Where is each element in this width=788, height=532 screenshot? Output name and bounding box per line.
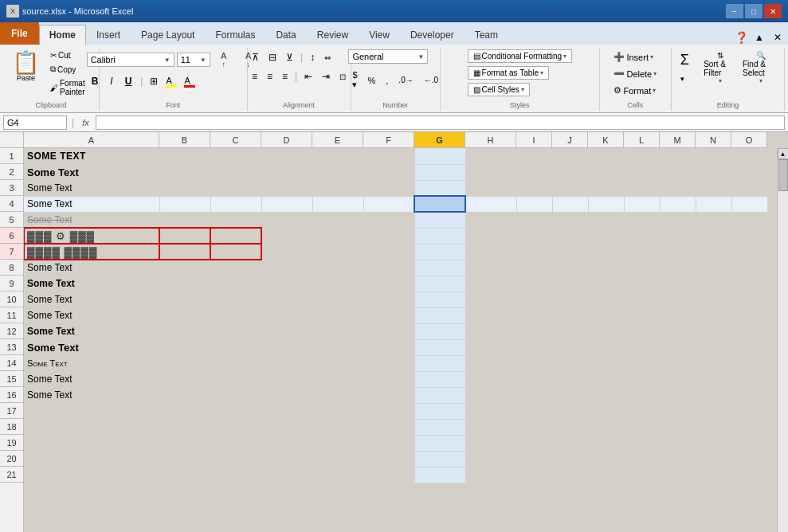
select-all-button[interactable] [0,132,24,148]
cell-7-F[interactable] [363,244,414,260]
cell-4-B[interactable] [159,196,210,212]
cell-9-M[interactable] [660,276,696,291]
cell-1-I[interactable] [516,148,552,164]
cell-13-G[interactable] [414,339,465,355]
minimize-button[interactable]: − [726,4,743,18]
cell-8-C[interactable] [210,260,261,276]
cell-10-J[interactable] [552,291,588,307]
cell-3-C[interactable] [210,180,261,196]
cell-6-F[interactable] [363,228,414,244]
cell-1-H[interactable] [465,148,516,164]
cell-14-J[interactable] [552,355,588,371]
cell-3-J[interactable] [552,180,588,196]
cell-6-L[interactable] [624,228,660,244]
cell-15-I[interactable] [516,371,552,387]
cell-11-B[interactable] [159,307,210,323]
cell-4-F[interactable] [363,196,414,212]
col-header-G[interactable]: G [414,132,465,148]
cell-10-E[interactable] [312,291,363,307]
cell-14-A[interactable]: Some Text [24,355,159,371]
cell-16-C[interactable] [210,387,261,403]
cell-1-D[interactable] [261,148,312,164]
align-right-button[interactable]: ≡ [278,68,292,84]
cell-11-M[interactable] [660,307,696,323]
cell-3-H[interactable] [465,180,516,196]
cell-12-M[interactable] [660,323,696,339]
cell-5-O[interactable] [731,212,767,228]
cell-7-C[interactable] [210,244,261,260]
help-icon[interactable]: ❓ [735,31,748,44]
cell-12-L[interactable] [624,323,660,339]
col-header-N[interactable]: N [696,132,731,148]
cell-12-A[interactable]: Some Text [24,323,159,339]
cell-10-K[interactable] [588,291,624,307]
scroll-thumb-v[interactable] [778,159,788,191]
row-header-21[interactable]: 21 [0,467,23,483]
cell-4-H[interactable] [465,196,516,212]
cell-1-L[interactable] [624,148,660,164]
cell-16-I[interactable] [516,387,552,403]
cell-5-L[interactable] [624,212,660,228]
cell-2-K[interactable] [588,164,624,180]
cell-6-K[interactable] [588,228,624,244]
tab-developer[interactable]: Developer [400,24,465,45]
tab-data[interactable]: Data [265,24,306,45]
cell-12-D[interactable] [261,323,312,339]
col-header-B[interactable]: B [159,132,210,148]
cell-14-N[interactable] [696,355,731,371]
cell-2-B[interactable] [159,164,210,180]
cell-13-K[interactable] [588,339,624,355]
row-header-8[interactable]: 8 [0,260,23,276]
cell-4-D[interactable] [261,196,312,212]
cell-1-O[interactable] [731,148,767,164]
cell-10-M[interactable] [660,291,696,307]
cell-8-B[interactable] [159,260,210,276]
cell-8-A[interactable]: Some Text [24,260,159,276]
cell-13-O[interactable] [731,339,767,355]
cell-14-M[interactable] [660,355,696,371]
cell-3-G[interactable] [414,180,465,196]
cell-6-I[interactable] [516,228,552,244]
tab-formulas[interactable]: Formulas [205,24,265,45]
align-top-button[interactable]: ⊼ [248,49,263,65]
cell-13-L[interactable] [624,339,660,355]
row-header-19[interactable]: 19 [0,435,23,451]
cell-7-O[interactable] [731,244,767,260]
cell-9-G[interactable] [414,276,465,291]
cell-13-I[interactable] [516,339,552,355]
cell-7-N[interactable] [696,244,731,260]
cell-1-M[interactable] [660,148,696,164]
cell-12-G[interactable] [414,323,465,339]
cell-16-K[interactable] [588,387,624,403]
cell-11-K[interactable] [588,307,624,323]
cell-11-A[interactable]: Some Text [24,307,159,323]
cell-7-H[interactable] [465,244,516,260]
cell-11-O[interactable] [731,307,767,323]
cell-17-A[interactable] [24,403,159,419]
cell-14-D[interactable] [261,355,312,371]
cell-4-M[interactable] [660,196,696,212]
cell-5-G[interactable] [414,212,465,228]
font-size-selector[interactable]: 11 ▼ [177,53,210,67]
cell-14-I[interactable] [516,355,552,371]
cell-4-I[interactable] [516,196,552,212]
percent-button[interactable]: % [364,73,380,88]
cell-15-A[interactable]: Some Text [24,371,159,387]
cell-5-K[interactable] [588,212,624,228]
cell-5-J[interactable] [552,212,588,228]
cell-5-C[interactable] [210,212,261,228]
cell-7-K[interactable] [588,244,624,260]
cell-15-C[interactable] [210,371,261,387]
col-header-H[interactable]: H [465,132,516,148]
cell-5-N[interactable] [696,212,731,228]
maximize-button[interactable]: □ [745,4,763,18]
cell-15-N[interactable] [696,371,731,387]
cell-14-F[interactable] [363,355,414,371]
tab-team[interactable]: Team [465,24,508,45]
cell-10-F[interactable] [363,291,414,307]
cell-3-N[interactable] [696,180,731,196]
cell-2-M[interactable] [660,164,696,180]
name-box[interactable] [3,115,67,130]
cell-8-E[interactable] [312,260,363,276]
cell-8-M[interactable] [660,260,696,276]
